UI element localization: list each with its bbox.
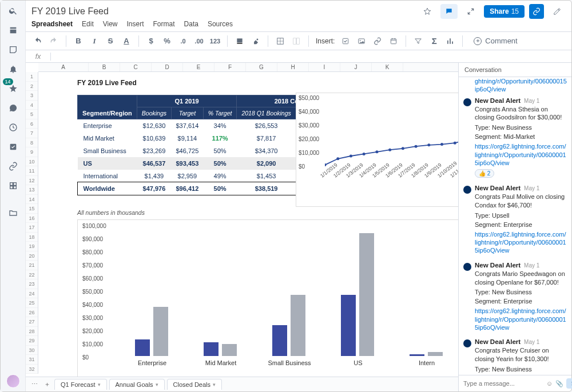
home-icon[interactable] (6, 23, 20, 37)
message-avatar (463, 339, 471, 347)
strike-icon[interactable]: S (104, 35, 117, 47)
conversation-panel: Conversation ghtning/r/Opportunity/00600… (458, 63, 571, 391)
message-link[interactable]: https://org62.lightning.force.com/lightn… (475, 142, 567, 167)
number-format-icon[interactable]: 123 (209, 35, 221, 47)
favorites-icon[interactable]: 14 (6, 82, 20, 95)
edit-icon[interactable] (549, 4, 566, 19)
svg-point-18 (415, 145, 418, 148)
message-type: Type: New Business (475, 124, 567, 131)
svg-rect-7 (343, 38, 348, 43)
message-author: New Deal Alert (475, 338, 521, 345)
send-button[interactable]: Send (566, 378, 572, 389)
checkbox-icon[interactable] (339, 35, 352, 47)
fill-icon[interactable] (233, 35, 246, 47)
formula-input[interactable] (51, 53, 571, 61)
attach-icon[interactable]: 📎 (555, 380, 563, 387)
italic-icon[interactable]: I (88, 35, 101, 47)
menu-insert[interactable]: Insert (127, 20, 144, 28)
conversation-toggle[interactable] (440, 4, 458, 19)
message-author: New Deal Alert (475, 97, 521, 104)
merge-icon[interactable] (290, 35, 303, 47)
percent-icon[interactable]: % (161, 35, 173, 47)
sheet-canvas[interactable]: FY 2019 Live Feed Segment/RegionQ1 20192… (38, 72, 458, 377)
conversation-body[interactable]: ghtning/r/Opportunity/006000015ip6oQ/vie… (459, 77, 571, 375)
undo-icon[interactable] (31, 35, 44, 47)
link-icon[interactable] (6, 159, 20, 173)
menu-spreadsheet[interactable]: Spreadsheet (31, 20, 73, 28)
reaction-pill[interactable]: 👍 2 (475, 169, 494, 178)
svg-point-20 (440, 143, 443, 146)
recent-icon[interactable] (6, 121, 20, 134)
textcolor-icon[interactable]: A (120, 35, 133, 47)
message-input[interactable] (462, 379, 543, 387)
message-segment: Segment: Enterprise (475, 298, 567, 305)
row-headers: 1234567891011121314151617181920212223242… (26, 72, 38, 374)
menu-data[interactable]: Data (184, 20, 198, 28)
bookings-vs-target-chart: $0$10,000$20,000$30,000$40,000$50,000$60… (77, 219, 458, 377)
currency-icon[interactable]: $ (145, 35, 157, 47)
menu-format[interactable]: Format (153, 20, 175, 28)
menu-edit[interactable]: Edit (82, 20, 94, 28)
apps-icon[interactable] (6, 179, 20, 193)
app-root: 14 FY 2019 Live Feed Share15 Spreadsheet… (0, 0, 572, 392)
message-date: May 1 (524, 262, 539, 269)
date-icon[interactable] (387, 35, 400, 47)
filter-icon[interactable] (412, 35, 424, 47)
message-body: Congrats Paul Molive on closing Condax f… (475, 193, 567, 210)
titlebar: FY 2019 Live Feed Share15 (26, 1, 571, 19)
hyperlink-icon[interactable] (371, 35, 384, 47)
tab-closed-deals[interactable]: Closed Deals▾ (167, 379, 222, 390)
doc-title[interactable]: FY 2019 Live Feed (31, 6, 109, 17)
svg-point-21 (454, 142, 456, 145)
table-footnote: All numbers in thousands (77, 209, 145, 216)
copy-link-button[interactable] (529, 4, 544, 19)
sum-icon[interactable]: Σ (428, 35, 440, 47)
search-icon[interactable] (6, 4, 20, 18)
add-comment-button[interactable]: +Comment (468, 34, 522, 47)
menu-view[interactable]: View (103, 20, 118, 28)
image-icon[interactable] (355, 35, 368, 47)
star-button[interactable] (419, 4, 436, 19)
message-type: Type: Upsell (475, 212, 567, 219)
paint-icon[interactable] (249, 35, 262, 47)
dec-decrease-icon[interactable]: .0 (177, 35, 189, 47)
conversation-message: New Deal AlertMay 1Congrats Paul Molive … (463, 181, 567, 258)
message-date: May 1 (524, 339, 539, 345)
tasks-icon[interactable] (6, 140, 20, 154)
bold-icon[interactable]: B (72, 35, 85, 47)
conversation-message: New Deal AlertMay 1Congrats Petey Cruise… (463, 335, 567, 375)
emoji-icon[interactable]: ☺ (546, 380, 553, 387)
menu-bar: Spreadsheet Edit View Insert Format Data… (26, 19, 571, 31)
message-date: May 1 (524, 185, 539, 191)
share-button[interactable]: Share15 (484, 5, 525, 18)
svg-point-12 (336, 157, 339, 160)
favorites-badge: 14 (3, 78, 13, 85)
message-segment: Segment: Enterprise (475, 221, 567, 228)
tab-annual-goals[interactable]: Annual Goals▾ (109, 379, 165, 390)
user-avatar[interactable] (6, 374, 20, 388)
bell-icon[interactable] (6, 62, 20, 76)
message-body: Congrats Mario Speedwagon on closing Ope… (475, 270, 567, 287)
redo-icon[interactable] (47, 35, 60, 47)
left-rail: 14 (1, 1, 26, 391)
dec-increase-icon[interactable]: .00 (193, 35, 205, 47)
message-body: Congrats Anna Sthesia on closing Goodsil… (475, 105, 567, 122)
folder-icon[interactable] (6, 206, 20, 220)
conversation-message: New Deal AlertMay 1Congrats Anna Sthesia… (463, 94, 567, 182)
tabs-more-icon[interactable]: ⋯ (29, 379, 39, 390)
expand-icon[interactable] (462, 4, 479, 19)
bookings-trend-chart: $0$10,000$20,000$30,000$40,000$50,0001/1… (296, 93, 458, 207)
svg-point-17 (402, 147, 404, 150)
inbox-icon[interactable] (6, 43, 20, 57)
message-link[interactable]: ghtning/r/Opportunity/006000015ip6oQ/vie… (463, 77, 567, 94)
svg-point-9 (360, 39, 361, 41)
message-link[interactable]: https://org62.lightning.force.com/lightn… (475, 307, 567, 331)
menu-sources[interactable]: Sources (208, 20, 233, 28)
chat-icon[interactable] (6, 101, 20, 115)
borders-icon[interactable] (274, 35, 287, 47)
svg-rect-6 (297, 38, 300, 44)
add-sheet-icon[interactable]: ＋ (42, 379, 52, 390)
chart-icon[interactable] (444, 35, 456, 47)
tab-q1-forecast[interactable]: Q1 Forecast▾ (54, 379, 107, 390)
message-link[interactable]: https://org62.lightning.force.com/lightn… (475, 230, 567, 255)
